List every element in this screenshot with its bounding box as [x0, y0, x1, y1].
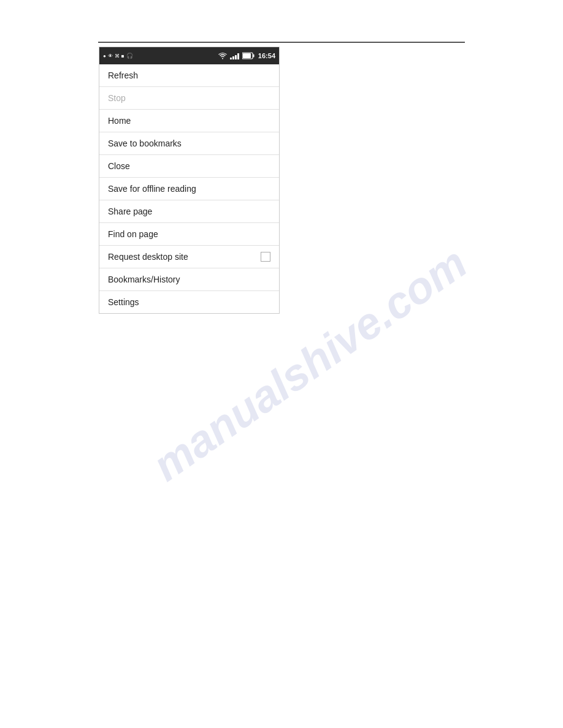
browser-menu: Refresh Stop Home Save to bookmarks Clos…	[99, 64, 279, 313]
menu-item-bookmarks-history[interactable]: Bookmarks/History	[99, 268, 279, 291]
notification-icon: ●	[103, 53, 106, 59]
menu-item-find-on-page[interactable]: Find on page	[99, 223, 279, 246]
menu-item-refresh-label: Refresh	[108, 70, 270, 80]
status-time: 16:54	[258, 52, 275, 59]
menu-item-bookmarks-history-label: Bookmarks/History	[108, 275, 270, 284]
menu-item-find-on-page-label: Find on page	[108, 229, 270, 239]
menu-item-close[interactable]: Close	[99, 155, 279, 178]
menu-item-home-label: Home	[108, 116, 270, 126]
signal-bars-icon	[230, 52, 239, 59]
menu-item-home[interactable]: Home	[99, 110, 279, 132]
request-desktop-checkbox[interactable]	[261, 252, 270, 262]
device-screenshot: ● 👁 ⌘ ■ 🎧	[99, 47, 280, 314]
status-bar: ● 👁 ⌘ ■ 🎧	[99, 47, 279, 64]
status-bar-right: 16:54	[218, 52, 275, 59]
wifi-icon	[218, 52, 227, 59]
svg-point-0	[222, 58, 223, 59]
menu-item-request-desktop-label: Request desktop site	[108, 252, 261, 262]
menu-item-stop-label: Stop	[108, 93, 270, 103]
menu-item-save-bookmarks-label: Save to bookmarks	[108, 138, 270, 148]
page-border	[98, 42, 465, 43]
media-icon: ■	[121, 53, 124, 59]
menu-item-share-page[interactable]: Share page	[99, 200, 279, 223]
wifi-status-icon: ⌘	[115, 53, 120, 59]
menu-item-save-offline[interactable]: Save for offline reading	[99, 178, 279, 200]
menu-item-stop: Stop	[99, 87, 279, 110]
status-bar-left: ● 👁 ⌘ ■ 🎧	[103, 53, 133, 59]
menu-item-refresh[interactable]: Refresh	[99, 64, 279, 87]
menu-item-save-offline-label: Save for offline reading	[108, 184, 270, 194]
eye-icon: 👁	[108, 53, 113, 59]
menu-item-settings[interactable]: Settings	[99, 291, 279, 313]
headphone-icon: 🎧	[126, 53, 133, 59]
menu-item-settings-label: Settings	[108, 297, 270, 307]
menu-item-share-page-label: Share page	[108, 207, 270, 216]
menu-item-save-bookmarks[interactable]: Save to bookmarks	[99, 132, 279, 155]
svg-rect-2	[253, 55, 254, 58]
menu-item-request-desktop[interactable]: Request desktop site	[99, 246, 279, 268]
menu-item-close-label: Close	[108, 161, 270, 171]
battery-icon	[242, 52, 255, 59]
svg-rect-3	[243, 53, 251, 58]
